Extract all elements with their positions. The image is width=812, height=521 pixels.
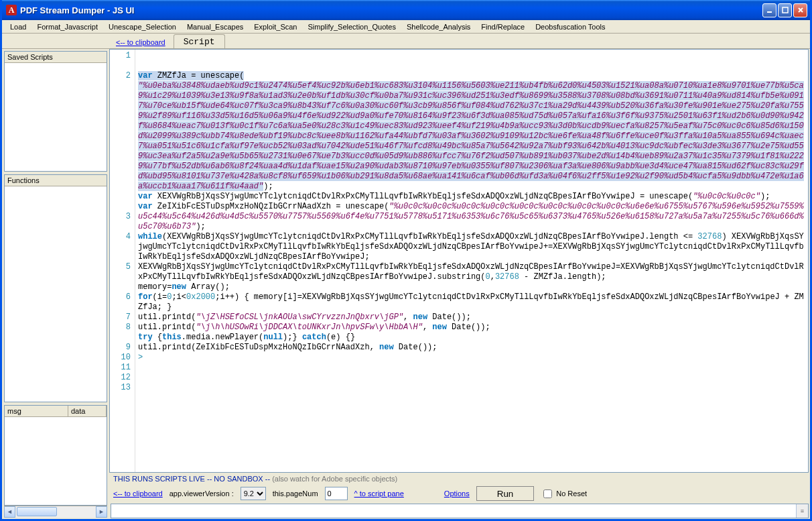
data-col-header[interactable]: data: [68, 406, 107, 416]
run-button[interactable]: Run: [476, 486, 534, 501]
menu-unescape[interactable]: Unescape_Selection: [103, 21, 182, 32]
app-icon: A: [6, 5, 17, 15]
editor-wrap: 12345678910111213 var ZMZfJa = unescape(…: [109, 49, 810, 519]
options-link[interactable]: Options: [444, 489, 470, 498]
msg-table: msg data: [4, 405, 107, 506]
scroll-left-icon[interactable]: ◄: [4, 506, 15, 518]
app-window: A PDF Stream Dumper - JS UI Load Format_…: [0, 0, 812, 521]
scroll-right-icon[interactable]: ►: [96, 506, 107, 518]
code-content[interactable]: var ZMZfJa = unescape( "%u0eba%u3848%uda…: [135, 50, 808, 472]
tabbar: <-- to clipboard Script: [2, 34, 810, 48]
msg-body[interactable]: [5, 417, 107, 505]
viewer-version-label: app.viewerVersion :: [170, 489, 234, 498]
menu-deobfuscation[interactable]: Deobsfuscation Tools: [530, 21, 610, 32]
saved-scripts-list[interactable]: [5, 63, 107, 171]
clipboard-link-top[interactable]: <-- to clipboard: [116, 38, 165, 48]
code-editor[interactable]: 12345678910111213 var ZMZfJa = unescape(…: [109, 49, 809, 473]
console-bar: ≡: [111, 504, 809, 518]
pagenum-input[interactable]: [325, 487, 348, 500]
saved-scripts-header: Saved Scripts: [5, 52, 107, 63]
msg-col-header[interactable]: msg: [5, 406, 68, 416]
main: Saved Scripts Functions msg data ◄ ►: [2, 48, 810, 519]
console-expand-icon[interactable]: ≡: [796, 504, 808, 518]
sidebar-scrollbar[interactable]: ◄ ►: [4, 506, 107, 517]
window-title: PDF Stream Dumper - JS UI: [20, 5, 762, 15]
maximize-button[interactable]: [778, 3, 792, 17]
scroll-thumb[interactable]: [17, 507, 57, 516]
console-input[interactable]: [111, 504, 796, 518]
close-button[interactable]: [793, 3, 807, 17]
menu-exploit-scan[interactable]: Exploit_Scan: [249, 21, 302, 32]
clipboard-link-bottom[interactable]: <-- to clipboard: [113, 489, 163, 498]
menu-load[interactable]: Load: [5, 21, 31, 32]
bottom-controls: <-- to clipboard app.viewerVersion : 9.2…: [109, 485, 810, 504]
svg-rect-1: [783, 7, 788, 13]
menu-find-replace[interactable]: Find/Replace: [476, 21, 530, 32]
pagenum-label: this.pageNum: [273, 489, 318, 498]
functions-list[interactable]: [5, 186, 107, 402]
script-pane-link[interactable]: ^ to script pane: [354, 489, 404, 498]
menu-manual-escapes[interactable]: Manual_Escapes: [182, 21, 249, 32]
titlebar: A PDF Stream Dumper - JS UI: [2, 0, 810, 20]
script-tab[interactable]: Script: [174, 34, 225, 48]
no-reset-checkbox[interactable]: [543, 489, 552, 498]
minimize-button[interactable]: [762, 3, 776, 17]
no-reset-label[interactable]: No Reset: [541, 487, 587, 500]
viewer-version-select[interactable]: 9.2: [241, 487, 266, 500]
line-gutter: 12345678910111213: [110, 50, 135, 472]
menu-simplify-quotes[interactable]: Simplify_Selection_Quotes: [302, 21, 401, 32]
menubar: Load Format_Javascript Unescape_Selectio…: [2, 20, 810, 34]
saved-scripts-panel: Saved Scripts: [4, 51, 107, 172]
menu-shellcode[interactable]: Shellcode_Analysis: [401, 21, 476, 32]
functions-header: Functions: [5, 175, 107, 186]
svg-rect-0: [767, 11, 772, 13]
menu-format-js[interactable]: Format_Javascript: [31, 21, 103, 32]
functions-panel: Functions: [4, 174, 107, 402]
sidebar: Saved Scripts Functions msg data ◄ ►: [2, 49, 109, 519]
sandbox-warning: THIS RUNS SCRIPTS LIVE -- NO SANDBOX -- …: [109, 473, 810, 485]
